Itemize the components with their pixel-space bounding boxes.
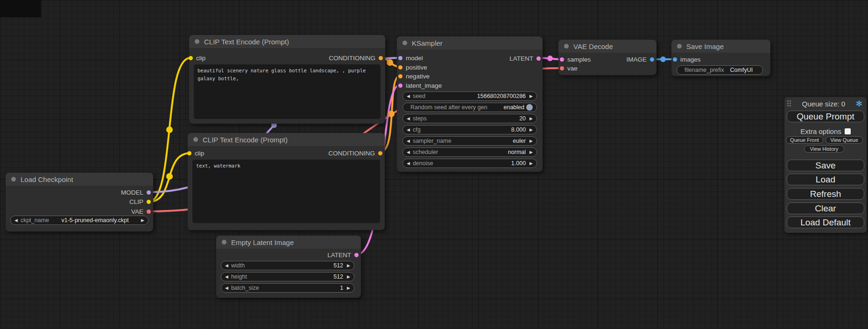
increment-arrow-icon[interactable]: ▶ xyxy=(529,161,533,166)
output-slot-model[interactable]: MODEL xyxy=(10,188,151,197)
conditioning-output-dot[interactable] xyxy=(379,56,383,60)
clip-input-dot[interactable] xyxy=(187,151,191,155)
decrement-arrow-icon[interactable]: ◀ xyxy=(407,128,410,132)
node-clip-text-encode-positive[interactable]: CLIP Text Encode (Prompt) clip CONDITION… xyxy=(189,35,385,124)
input-slot-vae[interactable]: vae xyxy=(560,64,578,73)
node-save-image[interactable]: Save Image images filename_prefix ComfyU… xyxy=(671,40,770,76)
input-slot-images[interactable]: images xyxy=(673,55,701,64)
width-widget[interactable]: ◀ width 512 ▶ xyxy=(221,261,354,270)
load-button[interactable]: Load xyxy=(787,174,864,185)
prompt-textarea[interactable]: text, watermark xyxy=(192,160,380,223)
decrement-arrow-icon[interactable]: ◀ xyxy=(407,94,410,98)
decrement-arrow-icon[interactable]: ◀ xyxy=(407,117,410,121)
gear-icon[interactable]: ✻ xyxy=(856,99,862,109)
node-ksampler[interactable]: KSampler model positive negative latent_… xyxy=(397,36,543,172)
batch-size-widget[interactable]: ◀ batch_size 1 ▶ xyxy=(221,283,354,293)
output-slot-conditioning[interactable]: CONDITIONING xyxy=(328,150,382,157)
node-title-bar[interactable]: Load Checkpoint xyxy=(6,173,153,186)
collapse-dot-icon[interactable] xyxy=(402,41,407,45)
decrement-arrow-icon[interactable]: ◀ xyxy=(14,218,18,223)
view-history-button[interactable]: View History xyxy=(804,145,844,153)
output-slot-latent[interactable]: LATENT xyxy=(327,251,359,259)
latent-image-input-dot[interactable] xyxy=(398,84,402,88)
increment-arrow-icon[interactable]: ▶ xyxy=(529,117,533,121)
output-slot-vae[interactable]: VAE xyxy=(10,207,151,217)
positive-input-dot[interactable] xyxy=(398,65,402,70)
node-title-bar[interactable]: Save Image xyxy=(671,40,770,53)
node-empty-latent-image[interactable]: Empty Latent Image LATENT ◀ width 512 ▶ … xyxy=(216,236,361,298)
negative-input-dot[interactable] xyxy=(398,74,402,78)
latent-output-dot[interactable] xyxy=(536,56,541,61)
images-input-dot[interactable] xyxy=(673,57,677,62)
collapse-dot-icon[interactable] xyxy=(677,44,682,49)
save-button[interactable]: Save xyxy=(787,160,864,171)
drag-handle-icon[interactable] xyxy=(787,100,791,107)
latent-output-dot[interactable] xyxy=(354,253,359,257)
filename-prefix-widget[interactable]: filename_prefix ComfyUI xyxy=(677,65,763,75)
node-load-checkpoint[interactable]: Load Checkpoint MODEL CLIP VAE ◀ ckpt_na… xyxy=(6,173,153,231)
input-slot-negative[interactable]: negative xyxy=(398,72,442,81)
input-slot-latent-image[interactable]: latent_image xyxy=(398,81,442,91)
node-title-bar[interactable]: CLIP Text Encode (Prompt) xyxy=(189,35,385,48)
random-seed-widget[interactable]: Random seed after every gen enabled xyxy=(402,103,537,112)
increment-arrow-icon[interactable]: ▶ xyxy=(347,264,350,268)
queue-prompt-button[interactable]: Queue Prompt xyxy=(787,111,864,122)
prompt-textarea[interactable]: beautiful scenery nature glass bottle la… xyxy=(194,64,381,119)
decrement-arrow-icon[interactable]: ◀ xyxy=(225,275,228,279)
increment-arrow-icon[interactable]: ▶ xyxy=(141,218,144,223)
node-title-bar[interactable]: Empty Latent Image xyxy=(216,236,361,249)
increment-arrow-icon[interactable]: ▶ xyxy=(347,286,350,290)
increment-arrow-icon[interactable]: ▶ xyxy=(347,275,350,279)
node-title-bar[interactable]: KSampler xyxy=(397,36,543,49)
clip-input-dot[interactable] xyxy=(189,56,193,60)
decrement-arrow-icon[interactable]: ◀ xyxy=(225,286,228,290)
input-slot-samples[interactable]: samples xyxy=(560,56,591,63)
vae-output-dot[interactable] xyxy=(147,210,151,214)
model-input-dot[interactable] xyxy=(398,56,402,60)
collapse-dot-icon[interactable] xyxy=(193,137,198,142)
clip-output-dot[interactable] xyxy=(147,200,151,204)
output-slot-image[interactable]: IMAGE xyxy=(626,56,654,63)
random-seed-toggle[interactable] xyxy=(526,104,533,111)
denoise-widget[interactable]: ◀ denoise 1.000 ▶ xyxy=(402,159,537,168)
extra-options-checkbox[interactable] xyxy=(845,128,851,134)
conditioning-output-dot[interactable] xyxy=(378,151,382,155)
input-slot-clip[interactable]: clip xyxy=(189,55,205,62)
node-vae-decode[interactable]: VAE Decode samples IMAGE vae xyxy=(558,40,656,75)
input-slot-model[interactable]: model xyxy=(398,54,442,63)
output-slot-conditioning[interactable]: CONDITIONING xyxy=(329,55,383,62)
height-widget[interactable]: ◀ height 512 ▶ xyxy=(221,272,354,281)
output-slot-clip[interactable]: CLIP xyxy=(10,197,151,207)
decrement-arrow-icon[interactable]: ◀ xyxy=(407,150,410,154)
cfg-widget[interactable]: ◀ cfg 8.000 ▶ xyxy=(402,125,537,134)
node-title-bar[interactable]: VAE Decode xyxy=(558,40,656,53)
node-clip-text-encode-negative[interactable]: CLIP Text Encode (Prompt) clip CONDITION… xyxy=(188,133,385,230)
collapse-dot-icon[interactable] xyxy=(195,39,199,44)
samples-input-dot[interactable] xyxy=(560,57,564,62)
vae-input-dot[interactable] xyxy=(560,66,564,70)
collapse-dot-icon[interactable] xyxy=(222,240,226,245)
decrement-arrow-icon[interactable]: ◀ xyxy=(225,264,228,268)
model-output-dot[interactable] xyxy=(147,190,151,195)
scheduler-widget[interactable]: ◀ scheduler normal ▶ xyxy=(402,147,537,157)
image-output-dot[interactable] xyxy=(650,57,654,62)
input-slot-clip[interactable]: clip xyxy=(188,150,204,157)
sampler-name-widget[interactable]: ◀ sampler_name euler ▶ xyxy=(402,136,537,146)
node-graph-canvas[interactable]: Load Checkpoint MODEL CLIP VAE ◀ ckpt_na… xyxy=(0,0,868,329)
node-title-bar[interactable]: CLIP Text Encode (Prompt) xyxy=(188,133,385,146)
clear-button[interactable]: Clear xyxy=(787,203,864,214)
ckpt-name-widget[interactable]: ◀ ckpt_name v1-5-pruned-emaonly.ckpt ▶ xyxy=(10,216,148,225)
refresh-button[interactable]: Refresh xyxy=(787,188,864,200)
collapse-dot-icon[interactable] xyxy=(11,177,16,182)
collapse-dot-icon[interactable] xyxy=(564,44,569,49)
decrement-arrow-icon[interactable]: ◀ xyxy=(407,139,410,143)
increment-arrow-icon[interactable]: ▶ xyxy=(529,139,533,143)
increment-arrow-icon[interactable]: ▶ xyxy=(529,150,533,154)
steps-widget[interactable]: ◀ steps 20 ▶ xyxy=(402,114,537,123)
increment-arrow-icon[interactable]: ▶ xyxy=(529,128,533,132)
output-slot-latent[interactable]: LATENT xyxy=(509,54,541,63)
queue-front-button[interactable]: Queue Front xyxy=(786,136,823,144)
increment-arrow-icon[interactable]: ▶ xyxy=(529,94,533,98)
decrement-arrow-icon[interactable]: ◀ xyxy=(407,161,410,166)
load-default-button[interactable]: Load Default xyxy=(787,217,864,228)
